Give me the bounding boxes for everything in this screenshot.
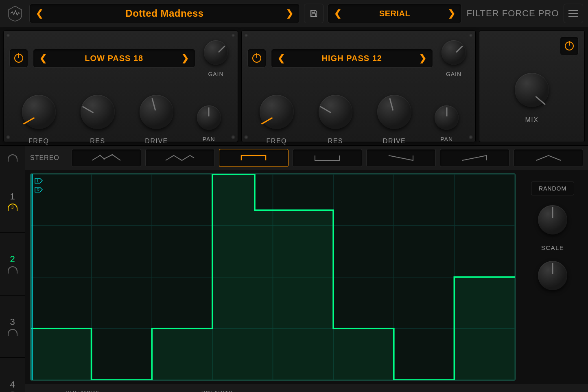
- save-icon: [309, 9, 318, 18]
- filter2-drive-knob[interactable]: [372, 90, 417, 134]
- filter1-drive-knob[interactable]: [134, 90, 179, 134]
- filter2-type-next[interactable]: ❯: [413, 49, 433, 67]
- lfo-sidebar: 1 2 3 4: [0, 146, 25, 392]
- filter2-freq-knob[interactable]: [254, 90, 299, 134]
- filter1-gain-knob[interactable]: [200, 37, 232, 68]
- filter2-type-prev[interactable]: ❮: [271, 49, 291, 67]
- filter2-panel: ❮ HIGH PASS 12 ❯ GAIN FREQ RES DRIVE PAN: [241, 31, 476, 142]
- power-icon: [252, 54, 261, 63]
- filter1-res-knob[interactable]: [75, 90, 120, 134]
- menu-button[interactable]: [564, 4, 583, 23]
- filter2-gain-knob[interactable]: [438, 37, 470, 68]
- filter1-panel: ❮ LOW PASS 18 ❯ GAIN FREQ RES DRIVE PAN: [3, 31, 238, 142]
- save-button[interactable]: [304, 4, 324, 23]
- app-logo: [5, 3, 25, 24]
- offset-knob[interactable]: [533, 256, 572, 295]
- polarity-label: POLARITY: [177, 390, 258, 392]
- gain-label: GAIN: [208, 71, 223, 77]
- headset-icon: [8, 329, 17, 336]
- filter1-power-button[interactable]: [9, 49, 28, 68]
- filter1-type-next[interactable]: ❯: [175, 49, 195, 67]
- stereo-headset-toggle[interactable]: [0, 146, 25, 170]
- preset-browser: ❮ Dotted Madness ❯: [29, 4, 300, 23]
- filter1-type-selector: ❮ LOW PASS 18 ❯: [33, 49, 195, 68]
- routing-browser: ❮ SERIAL ❯: [328, 4, 462, 23]
- filter1-type-prev[interactable]: ❮: [33, 49, 53, 67]
- filter1-pan-knob[interactable]: [193, 102, 225, 134]
- routing-value[interactable]: SERIAL: [348, 9, 442, 18]
- svg-text:R: R: [37, 188, 39, 192]
- filter2-power-button[interactable]: [247, 49, 266, 68]
- master-power-button[interactable]: [560, 37, 579, 55]
- filter2-type-name[interactable]: HIGH PASS 12: [291, 54, 413, 63]
- random-button[interactable]: RANDOM: [531, 182, 574, 195]
- shape-square-down-button[interactable]: [293, 149, 362, 167]
- headset-icon: [8, 204, 17, 211]
- right-channel-tag: R: [34, 186, 43, 193]
- shape-square-up-button[interactable]: [219, 149, 289, 167]
- filter1-freq-knob[interactable]: [16, 90, 61, 134]
- preset-name[interactable]: Dotted Madness: [49, 8, 280, 19]
- shape-peak-button[interactable]: [514, 149, 583, 167]
- routing-next-button[interactable]: ❯: [442, 4, 461, 23]
- lfo-slot-3[interactable]: 3: [0, 296, 25, 358]
- stereo-label: STEREO: [30, 154, 59, 162]
- mix-knob[interactable]: [509, 68, 554, 112]
- power-icon: [565, 42, 574, 50]
- run-mode-label: RUN MODE: [32, 390, 133, 392]
- power-icon: [14, 54, 23, 63]
- left-channel-tag: L: [34, 177, 43, 184]
- lfo-slot-2[interactable]: 2: [0, 233, 25, 296]
- preset-next-button[interactable]: ❯: [280, 4, 299, 23]
- scale-knob[interactable]: [533, 200, 572, 239]
- filter1-type-name[interactable]: LOW PASS 18: [53, 54, 175, 63]
- shape-custom-button[interactable]: [72, 149, 141, 167]
- lfo-waveform-editor[interactable]: L R: [30, 173, 516, 381]
- mix-panel: MIX: [479, 31, 585, 142]
- routing-prev-button[interactable]: ❮: [328, 4, 348, 23]
- headset-icon: [8, 266, 17, 274]
- lfo-slot-1[interactable]: 1: [0, 170, 25, 233]
- svg-point-0: [99, 155, 101, 156]
- lfo-slot-4[interactable]: 4: [0, 358, 25, 392]
- shape-saw-down-button[interactable]: [366, 149, 436, 167]
- filter2-res-knob[interactable]: [313, 90, 358, 134]
- shape-triangle-button[interactable]: [145, 149, 215, 167]
- svg-point-1: [103, 158, 105, 160]
- svg-text:L: L: [37, 179, 39, 183]
- shape-saw-up-button[interactable]: [440, 149, 509, 167]
- app-title: FILTER FORCE PRO: [466, 8, 560, 19]
- filter2-pan-knob[interactable]: [431, 102, 463, 134]
- filter2-type-selector: ❮ HIGH PASS 12 ❯: [271, 49, 433, 68]
- svg-point-2: [111, 154, 113, 155]
- preset-prev-button[interactable]: ❮: [30, 4, 49, 23]
